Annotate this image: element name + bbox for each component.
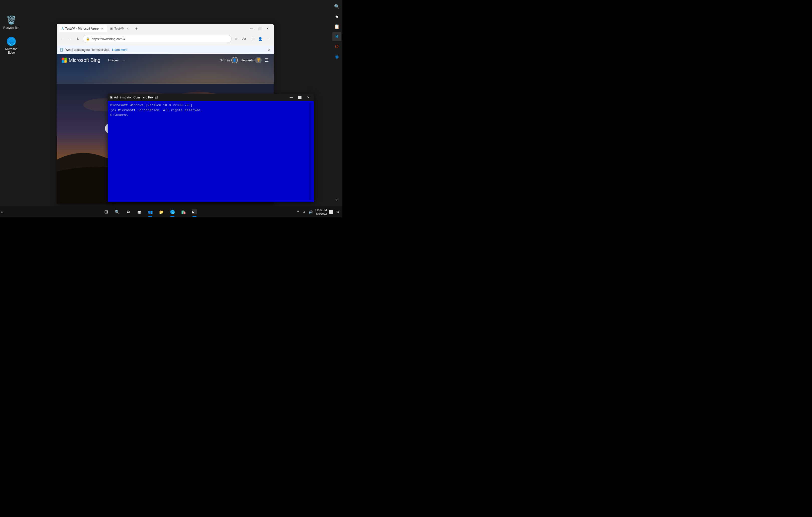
info-icon: ℹ️: [60, 48, 63, 52]
browser-titlebar: A TestVM - Microsoft Azure ✕ ▣ TestVM ✕ …: [57, 24, 274, 33]
tab-azure[interactable]: A TestVM - Microsoft Azure ✕: [59, 25, 107, 32]
collections-icon[interactable]: ⊞: [249, 35, 256, 42]
sidebar-add-btn[interactable]: +: [332, 195, 341, 204]
cmd-titlebar: ▣ Administrator: Command Prompt — ⬜ ✕: [108, 94, 314, 101]
new-tab-button[interactable]: +: [133, 25, 140, 32]
bing-right-nav: Sign in 👤 Rewards 🏆 ☰: [220, 57, 269, 63]
cmd-minimize[interactable]: —: [288, 94, 295, 101]
tray-chevron[interactable]: ^: [296, 210, 300, 214]
cmd-title-text: Administrator: Command Prompt: [114, 96, 286, 99]
notif-text: We're updating our Terms of Use.: [65, 48, 110, 52]
sidebar-bing-btn[interactable]: B: [332, 32, 341, 41]
forward-button[interactable]: →: [67, 35, 74, 42]
cmd-line-2: (c) Microsoft Corporation. All rights re…: [110, 108, 309, 113]
cmd-window: ▣ Administrator: Command Prompt — ⬜ ✕ Mi…: [108, 94, 314, 202]
sidebar-collections-btn[interactable]: 📋: [332, 22, 341, 31]
taskbar-teams[interactable]: 👥: [145, 206, 155, 217]
notif-close-button[interactable]: ✕: [267, 47, 271, 52]
cmd-body[interactable]: Microsoft Windows [Version 10.0.22000.79…: [108, 101, 314, 202]
back-button[interactable]: ←: [59, 35, 66, 42]
settings-more-icon[interactable]: ···: [265, 35, 272, 42]
bing-logo-text: Microsoft Bing: [69, 57, 100, 63]
tray-network[interactable]: 🖥: [301, 210, 306, 214]
notification-bar: ℹ️ We're updating our Terms of Use. Lear…: [57, 46, 274, 54]
recycle-bin-image: 🗑️: [6, 15, 16, 25]
browser-chrome: A TestVM - Microsoft Azure ✕ ▣ TestVM ✕ …: [57, 24, 274, 46]
bing-nav-more[interactable]: ···: [122, 57, 125, 63]
clock-date: 8/5/2022: [315, 212, 327, 216]
taskbar-edge[interactable]: [167, 206, 177, 217]
taskbar-explorer[interactable]: 📁: [156, 206, 166, 217]
taskbar-taskview[interactable]: ⧉: [123, 206, 133, 217]
rewards-text: Rewards: [241, 58, 254, 62]
tray-notification[interactable]: ⬜: [328, 210, 334, 214]
sidebar-outlook-btn[interactable]: ◉: [332, 52, 341, 61]
sign-in-text: Sign in: [220, 58, 230, 62]
browser-close[interactable]: ✕: [264, 25, 272, 32]
browser-minimize[interactable]: —: [248, 25, 256, 32]
sq2: [64, 58, 67, 60]
browser-toolbar: ← → ↻ 🔒 https://www.bing.com/# ☆ Aa ⊞ 👤 …: [57, 33, 274, 44]
bing-logo: Microsoft Bing: [62, 57, 100, 63]
taskbar-overflow[interactable]: »: [0, 206, 4, 217]
address-bar[interactable]: 🔒 https://www.bing.com/#: [83, 35, 232, 43]
tab2-label: TestVM: [114, 27, 124, 30]
refresh-button[interactable]: ↻: [75, 35, 82, 42]
tray-volume[interactable]: 🔊: [308, 210, 314, 214]
cmd-line-1: Microsoft Windows [Version 10.0.22000.79…: [110, 103, 309, 108]
favorites-icon[interactable]: ☆: [233, 35, 240, 42]
recycle-bin-icon[interactable]: 🗑️ Recycle Bin: [2, 15, 20, 30]
taskbar-widgets[interactable]: ▦: [134, 206, 144, 217]
taskbar-store[interactable]: 🛍️: [178, 206, 188, 217]
bing-header: Microsoft Bing Images ··· Sign in 👤 Rewa…: [57, 54, 274, 66]
edge-sidebar: 🔍 ★ 📋 B O ◉ +: [331, 0, 342, 206]
tab2-favicon: ▣: [110, 27, 113, 30]
rewards-trophy: 🏆: [255, 57, 262, 63]
sq1: [62, 58, 64, 60]
taskbar-clock[interactable]: 11:06 PM 8/5/2022: [315, 208, 327, 216]
taskbar: » ⊞ 🔍 ⧉ ▦ 👥 📁: [0, 206, 342, 217]
taskbar-terminal[interactable]: ▶_: [190, 206, 200, 217]
cmd-close[interactable]: ✕: [305, 94, 312, 101]
read-aloud-icon[interactable]: Aa: [240, 35, 248, 42]
lock-icon: 🔒: [86, 37, 90, 40]
profile-icon[interactable]: 👤: [257, 35, 264, 42]
tab-close-azure[interactable]: ✕: [100, 27, 104, 31]
edge-label: MicrosoftEdge: [5, 47, 18, 54]
edge-desktop-icon[interactable]: MicrosoftEdge: [2, 36, 20, 54]
ms-logo: [62, 58, 67, 63]
sq3: [62, 60, 64, 63]
sq4: [64, 60, 67, 63]
cmd-line-4: C:\Users\: [110, 113, 309, 118]
tab-close-testvm[interactable]: ✕: [126, 27, 130, 31]
clock-time: 11:06 PM: [315, 208, 327, 212]
cmd-restore[interactable]: ⬜: [296, 94, 303, 101]
taskbar-tray: ^ 🖥 🔊 11:06 PM 8/5/2022 ⬜ ⚙: [296, 208, 342, 216]
bing-rewards[interactable]: Rewards 🏆: [241, 57, 262, 63]
bing-menu-button[interactable]: ☰: [265, 57, 269, 63]
taskbar-start[interactable]: ⊞: [101, 206, 111, 217]
bing-nav-images[interactable]: Images: [108, 57, 119, 63]
learn-more-link[interactable]: Learn more: [112, 48, 127, 52]
recycle-bin-label: Recycle Bin: [3, 26, 19, 30]
edge-image: [6, 36, 16, 46]
cmd-text-area: Microsoft Windows [Version 10.0.22000.79…: [110, 103, 309, 200]
sidebar-search-btn[interactable]: 🔍: [332, 2, 341, 11]
browser-win-controls: — ⬜ ✕: [248, 25, 272, 32]
tab-testvm[interactable]: ▣ TestVM ✕: [107, 25, 133, 32]
taskbar-search[interactable]: 🔍: [112, 206, 122, 217]
cmd-title-icon: ▣: [110, 96, 113, 99]
sidebar-office-btn[interactable]: O: [332, 42, 341, 51]
sidebar-favorites-btn[interactable]: ★: [332, 12, 341, 21]
bing-sign-in[interactable]: Sign in 👤: [220, 57, 238, 63]
tray-settings[interactable]: ⚙: [336, 210, 340, 214]
desktop: 🗑️ Recycle Bin Micr: [0, 0, 342, 217]
browser-maximize[interactable]: ⬜: [256, 25, 264, 32]
tab-label: TestVM - Microsoft Azure: [65, 27, 98, 30]
bing-avatar: 👤: [231, 57, 238, 63]
cmd-scrollbar[interactable]: [309, 103, 311, 200]
tab-favicon: A: [62, 27, 64, 30]
url-text: https://www.bing.com/#: [92, 37, 125, 41]
bing-nav: Images ···: [108, 57, 125, 63]
